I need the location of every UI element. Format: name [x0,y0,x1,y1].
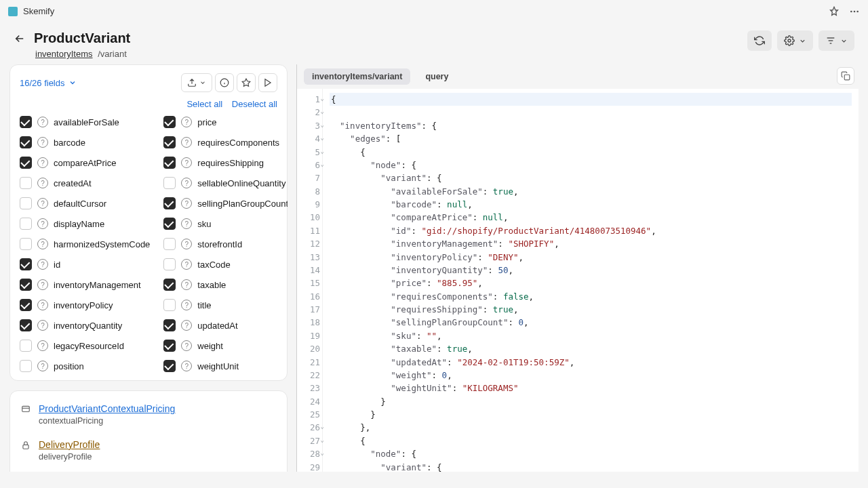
checkbox-price[interactable] [163,116,176,128]
checkbox-compareAtPrice[interactable] [20,157,32,169]
field-count-dropdown[interactable]: 16/26 fields [20,78,77,88]
checkbox-availableForSale[interactable] [20,116,32,128]
checkbox-legacyResourceId[interactable] [20,340,32,352]
star-button[interactable] [237,73,256,92]
help-icon[interactable]: ? [37,320,48,331]
relation-link[interactable]: ProductVariantContextualPricing [39,403,175,414]
field-label: compareAtPrice [54,158,116,168]
help-icon[interactable]: ? [181,239,192,249]
titlebar-actions [829,6,860,17]
info-button[interactable] [215,73,234,92]
checkbox-weightUnit[interactable] [163,360,176,372]
field-row-storefrontId: ? storefrontId [163,238,288,250]
help-icon[interactable]: ? [37,137,48,148]
back-button[interactable] [14,33,26,45]
pin-icon[interactable] [829,6,840,17]
help-icon[interactable]: ? [37,178,48,188]
checkbox-updatedAt[interactable] [163,319,176,331]
breadcrumb-link[interactable]: inventoryItems [35,49,93,59]
checkbox-position[interactable] [20,360,32,372]
select-all-button[interactable]: Select all [186,99,222,109]
help-icon[interactable]: ? [181,218,192,229]
code-editor[interactable]: 1⌄ 2⌄ 3⌄ 4⌄ 5⌄ 6⌄ 7 8 910111213141516171… [297,89,859,472]
tab-inventory-variant[interactable]: inventoryItems/variant [304,68,410,85]
field-row-sku: ? sku [163,218,288,230]
filter-button[interactable] [818,30,854,51]
field-label: createdAt [54,178,92,188]
svg-rect-14 [23,445,28,449]
field-label: requiresComponents [197,138,279,148]
export-button[interactable] [181,73,212,92]
field-row-barcode: ? barcode [20,136,150,148]
field-label: taxCode [197,260,230,270]
titlebar-left: Skemify [8,6,54,16]
field-row-inventoryManagement: ? inventoryManagement [20,279,150,291]
help-icon[interactable]: ? [181,157,192,168]
checkbox-taxCode[interactable] [163,258,176,270]
settings-button[interactable] [777,30,813,51]
help-icon[interactable]: ? [181,137,192,148]
field-row-updatedAt: ? updatedAt [163,319,288,331]
checkbox-inventoryQuantity[interactable] [20,319,32,331]
relation-contextualPricing: ProductVariantContextualPricing contextu… [20,399,277,435]
run-button[interactable] [258,73,277,92]
help-icon[interactable]: ? [181,340,192,351]
checkbox-storefrontId[interactable] [163,238,176,250]
checkbox-sellingPlanGroupCount[interactable] [163,197,176,209]
field-row-requiresComponents: ? requiresComponents [163,136,288,148]
field-row-defaultCursor: ? defaultCursor [20,197,150,209]
help-icon[interactable]: ? [37,279,48,290]
help-icon[interactable]: ? [181,117,192,127]
checkbox-barcode[interactable] [20,136,32,148]
help-icon[interactable]: ? [37,259,48,270]
help-icon[interactable]: ? [181,300,192,310]
relation-link[interactable]: DeliveryProfile [39,439,100,450]
copy-button[interactable] [837,67,854,85]
link-icon [21,405,32,415]
help-icon[interactable]: ? [37,157,48,168]
checkbox-sellableOnlineQuantity[interactable] [163,177,176,189]
refresh-button[interactable] [747,30,772,51]
checkbox-harmonizedSystemCode[interactable] [20,238,32,250]
page-title: ProductVariant [34,30,130,46]
help-icon[interactable]: ? [181,320,192,331]
help-icon[interactable]: ? [37,361,48,371]
checkbox-requiresComponents[interactable] [163,136,176,148]
checkbox-inventoryPolicy[interactable] [20,299,32,311]
help-icon[interactable]: ? [37,300,48,310]
field-row-sellingPlanGroupCount: ? sellingPlanGroupCount [163,197,288,209]
checkbox-requiresShipping[interactable] [163,157,176,169]
fields-panel: 16/26 fields Select all Deselect all ? a… [9,64,288,381]
help-icon[interactable]: ? [37,239,48,249]
checkbox-title[interactable] [163,299,176,311]
tab-query[interactable]: query [417,68,456,85]
field-label: position [54,361,84,371]
svg-point-3 [788,39,791,42]
breadcrumb: inventoryItems /variant [35,49,130,59]
more-icon[interactable] [849,6,860,17]
help-icon[interactable]: ? [37,117,48,127]
checkbox-createdAt[interactable] [20,177,32,189]
help-icon[interactable]: ? [37,218,48,229]
help-icon[interactable]: ? [181,259,192,270]
help-icon[interactable]: ? [37,198,48,209]
checkbox-taxable[interactable] [163,279,176,291]
field-label: inventoryPolicy [54,300,113,310]
checkbox-id[interactable] [20,258,32,270]
checkbox-defaultCursor[interactable] [20,197,32,209]
field-label: weightUnit [197,361,239,371]
help-icon[interactable]: ? [181,198,192,209]
checkbox-inventoryManagement[interactable] [20,279,32,291]
help-icon[interactable]: ? [37,340,48,351]
help-icon[interactable]: ? [181,279,192,290]
field-row-displayName: ? displayName [20,218,150,230]
field-label: price [197,117,216,127]
editor-tabs: inventoryItems/variant query [297,64,859,89]
checkbox-weight[interactable] [163,340,176,352]
deselect-all-button[interactable]: Deselect all [232,99,277,109]
checkbox-sku[interactable] [163,218,176,230]
titlebar: Skemify [0,0,868,22]
checkbox-displayName[interactable] [20,218,32,230]
help-icon[interactable]: ? [181,178,192,188]
help-icon[interactable]: ? [181,361,192,371]
